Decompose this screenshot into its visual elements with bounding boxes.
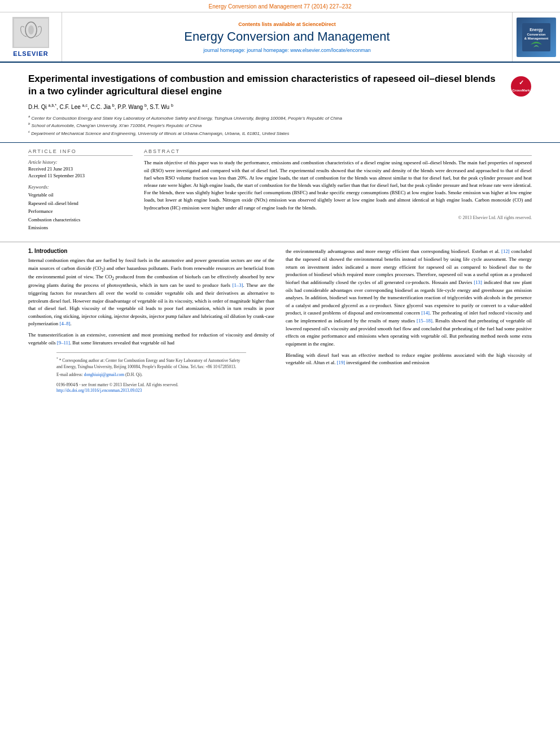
elsevier-logo-block: ELSEVIER [0, 12, 62, 62]
right-body-text: the environmentally advantageous and mor… [286, 248, 532, 366]
copyright-line: © 2013 Elsevier Ltd. All rights reserved… [144, 215, 532, 221]
ref-12[interactable]: [12] [501, 248, 510, 254]
footnote-email: E-mail address: donghiuiqi@gmail.com (D.… [56, 372, 246, 378]
svg-text:Conversion: Conversion [527, 33, 545, 36]
right-para-1: the environmentally advantageous and mor… [286, 248, 532, 348]
footer-left: 0196-8904/$ - see front matter © 2013 El… [56, 382, 178, 393]
email-suffix: (D.H. Qi). [124, 372, 143, 377]
ref-19[interactable]: [19] [337, 360, 345, 365]
ref-15-18[interactable]: [15–18] [417, 318, 432, 324]
ref-1-3[interactable]: [1–3] [233, 282, 243, 288]
ref-14[interactable]: [14] [421, 310, 430, 316]
svg-text:Energy: Energy [530, 28, 543, 32]
affiliation-c: Department of Mechanical Science and Eng… [31, 130, 289, 136]
journal-title-block: Contents lists available at ScienceDirec… [62, 12, 512, 62]
right-para-2: Blending with diesel fuel was an effecti… [286, 352, 532, 367]
svg-text:✓: ✓ [519, 79, 524, 86]
abstract-paragraph: The main objective of this paper was to … [144, 159, 532, 211]
article-info-abstract-section: ARTICLE INFO Article history: Received 2… [0, 143, 560, 242]
footer-bottom: 0196-8904/$ - see front matter © 2013 El… [56, 382, 246, 393]
elsevier-logo: ELSEVIER [12, 17, 49, 57]
keywords-section: Keywords: Vegetable oil Rapeseed oil–die… [28, 184, 133, 231]
intro-para-2: The transesterification is an extensive,… [28, 331, 274, 347]
page-footer: * * Corresponding author at: Center for … [56, 352, 246, 393]
ref-9-11[interactable]: [9–11] [57, 340, 70, 346]
homepage-prefix: journal homepage: [203, 47, 247, 53]
ecm-logo: Energy Conversion & Management [517, 18, 556, 57]
footnote-corresponding-author: * * Corresponding author at: Center for … [56, 356, 246, 370]
keyword-1: Vegetable oil [28, 191, 133, 199]
journal-title: Energy Conversion and Management [184, 29, 390, 44]
article-main-title: Experimental investigations of combustio… [28, 73, 502, 98]
issn-info: 0196-8904/$ - see front matter © 2013 El… [56, 382, 178, 388]
elsevier-text: ELSEVIER [13, 50, 48, 57]
introduction-heading: 1. Introduction [28, 248, 274, 254]
body-left-column: 1. Introduction Internal combustion engi… [28, 248, 274, 392]
email-label: E-mail address: [56, 372, 84, 377]
abstract-col: ABSTRACT The main objective of this pape… [144, 148, 532, 236]
svg-point-2 [28, 25, 34, 34]
contents-text: Contents lists available at [238, 21, 301, 27]
intro-para-1: Internal combustion engines that are fue… [28, 257, 274, 328]
keywords-list: Vegetable oil Rapeseed oil–diesel blend … [28, 191, 133, 231]
keyword-2: Rapeseed oil–diesel blend [28, 199, 133, 207]
keyword-3: Performance [28, 207, 133, 215]
introduction-text: Internal combustion engines that are fue… [28, 257, 274, 347]
svg-text:& Management: & Management [524, 37, 549, 40]
article-info-col: ARTICLE INFO Article history: Received 2… [28, 148, 133, 236]
abstract-label: ABSTRACT [144, 148, 532, 156]
homepage-url[interactable]: journal homepage: www.elsevier.com/locat… [247, 47, 371, 53]
journal-header: ELSEVIER Contents lists available at Sci… [0, 12, 560, 63]
article-history: Article history: Received 21 June 2013 A… [28, 159, 133, 180]
article-info-label: ARTICLE INFO [28, 148, 133, 156]
footnote-corresponding-author-text: * Corresponding author at: Center for Co… [56, 358, 240, 369]
keywords-label: Keywords: [28, 184, 133, 190]
elsevier-image [12, 17, 49, 48]
article-title-block: Experimental investigations of combustio… [28, 73, 502, 137]
journal-homepage: journal homepage: journal homepage: www.… [203, 47, 371, 53]
keyword-4: Combustion characteristics [28, 216, 133, 224]
history-label: Article history: [28, 159, 133, 165]
ref-13[interactable]: [13] [474, 279, 482, 285]
affiliation-a: Center for Combustion Energy and State K… [32, 115, 342, 120]
journal-citation-link[interactable]: Energy Conversion and Management 77 (201… [209, 3, 352, 10]
main-body: 1. Introduction Internal combustion engi… [0, 242, 560, 398]
doi-link[interactable]: http://dx.doi.org/10.1016/j.enconman.201… [56, 388, 178, 393]
affiliation-b: School of Automobile, Chang'an Universit… [32, 123, 202, 128]
keyword-5: Emissions [28, 224, 133, 231]
svg-text:CrossMark: CrossMark [512, 89, 530, 92]
received-date: Received 21 June 2013 [28, 166, 133, 173]
sciencedirect-line: Contents lists available at ScienceDirec… [238, 21, 336, 27]
affiliations: a Center for Combustion Energy and State… [28, 114, 502, 137]
journal-citation-bar: Energy Conversion and Management 77 (201… [0, 0, 560, 12]
page: Energy Conversion and Management 77 (201… [0, 0, 560, 747]
crossmark-badge[interactable]: ✓ CrossMark [510, 76, 532, 97]
sciencedirect-link[interactable]: ScienceDirect [302, 21, 336, 27]
article-header-section: Experimental investigations of combustio… [0, 63, 560, 143]
ecm-logo-block: Energy Conversion & Management [512, 12, 560, 62]
email-link[interactable]: donghiuiqi@gmail.com [84, 372, 124, 377]
accepted-date: Accepted 11 September 2013 [28, 173, 133, 180]
body-right-column: the environmentally advantageous and mor… [286, 248, 532, 392]
ref-4-8[interactable]: [4–8] [59, 321, 70, 326]
abstract-text: The main objective of this paper was to … [144, 159, 532, 221]
article-authors: D.H. Qi a,b,*, C.F. Lee a,c, C.C. Jia b,… [28, 103, 502, 110]
